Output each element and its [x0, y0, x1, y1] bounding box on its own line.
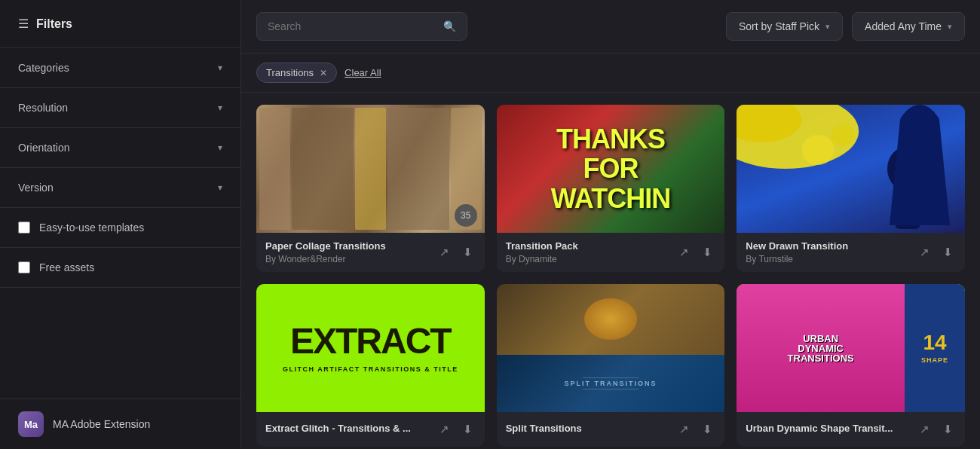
- user-name: MA Adobe Extension: [53, 418, 150, 430]
- urban-left-panel: URBAN DYNAMIC TRANSITIONS: [737, 284, 905, 412]
- share-button-paper-collage[interactable]: ↗: [436, 243, 452, 262]
- user-section: Ma MA Adobe Extension: [0, 399, 240, 449]
- sort-chevron-icon: ▾: [825, 22, 830, 32]
- card-title-urban-dynamic: Urban Dynamic Shape Transit...: [746, 423, 917, 434]
- chevron-down-icon: ▾: [218, 63, 222, 73]
- svg-point-4: [887, 146, 928, 191]
- share-button-split-transitions[interactable]: ↗: [676, 420, 692, 439]
- card-paper-collage[interactable]: 35 Paper Collage Transitions By Wonder&R…: [256, 105, 485, 272]
- share-button-extract-glitch[interactable]: ↗: [436, 420, 452, 439]
- card-title-paper-collage: Paper Collage Transitions: [265, 240, 436, 252]
- card-new-drawn[interactable]: New Drawn Transition By Turnstile ↗ ⬇: [737, 105, 965, 272]
- filter-tags-row: Transitions ✕ Clear All: [241, 53, 980, 93]
- split-upper: [497, 284, 725, 355]
- card-urban-dynamic[interactable]: URBAN DYNAMIC TRANSITIONS 14 SHAPE Urban…: [737, 284, 965, 447]
- search-input[interactable]: [268, 20, 436, 32]
- card-title-extract-glitch: Extract Glitch - Transitions & ...: [265, 423, 436, 434]
- chevron-down-icon: ▾: [218, 102, 222, 113]
- version-label: Version: [18, 182, 54, 194]
- card-extract-glitch[interactable]: EXTRACT GLITCH ARTIFACT TRANSITIONS & TI…: [256, 284, 485, 447]
- card-author-paper-collage: By Wonder&Render: [265, 254, 436, 264]
- thumb-new-drawn: [737, 105, 965, 233]
- urban-number-badge: 14: [923, 332, 946, 353]
- share-button-new-drawn[interactable]: ↗: [917, 243, 933, 262]
- added-dropdown[interactable]: Added Any Time ▾: [852, 12, 965, 41]
- sidebar-item-categories[interactable]: Categories ▾: [0, 48, 240, 88]
- clear-all-button[interactable]: Clear All: [345, 67, 381, 78]
- search-box[interactable]: 🔍: [256, 12, 467, 41]
- download-button-split-transitions[interactable]: ⬇: [700, 420, 715, 439]
- urban-right-panel: 14 SHAPE: [905, 284, 965, 412]
- card-actions-transition-pack: ↗ ⬇: [676, 243, 715, 262]
- chevron-down-icon: ▾: [218, 182, 222, 193]
- card-info-transition-pack: Transition Pack By Dynamite ↗ ⬇: [497, 233, 725, 272]
- download-button-extract-glitch[interactable]: ⬇: [460, 420, 476, 439]
- free-assets-label: Free assets: [39, 261, 94, 273]
- card-info-paper-collage: Paper Collage Transitions By Wonder&Rend…: [256, 233, 485, 272]
- download-button-urban-dynamic[interactable]: ⬇: [940, 420, 956, 439]
- sort-dropdown[interactable]: Sort by Staff Pick ▾: [726, 12, 843, 41]
- urban-title-urban: URBAN: [803, 334, 838, 344]
- remove-transitions-icon[interactable]: ✕: [320, 68, 327, 78]
- avatar: Ma: [18, 411, 44, 437]
- card-actions-paper-collage: ↗ ⬇: [436, 243, 476, 262]
- transitions-tag[interactable]: Transitions ✕: [256, 63, 337, 83]
- added-label: Added Any Time: [865, 20, 942, 32]
- grid-area: 35 Paper Collage Transitions By Wonder&R…: [241, 93, 980, 449]
- share-button-urban-dynamic[interactable]: ↗: [917, 420, 933, 439]
- thumb-split: SPLIT TRANSITIONS: [497, 284, 725, 412]
- filter-icon: ☰: [18, 17, 29, 31]
- sidebar-item-resolution[interactable]: Resolution ▾: [0, 88, 240, 128]
- chevron-down-icon: ▾: [218, 142, 222, 153]
- filters-header: ☰ Filters: [0, 0, 240, 48]
- card-info-split-transitions: Split Transitions ↗ ⬇: [497, 412, 725, 447]
- dog-shape: [584, 298, 637, 340]
- thumb-extract: EXTRACT GLITCH ARTIFACT TRANSITIONS & TI…: [256, 284, 485, 412]
- card-title-transition-pack: Transition Pack: [506, 240, 677, 252]
- orientation-label: Orientation: [18, 142, 69, 154]
- card-transition-pack[interactable]: THANKSFORWATCHIN Transition Pack By Dyna…: [497, 105, 725, 272]
- transitions-tag-label: Transitions: [266, 67, 314, 78]
- sort-label: Sort by Staff Pick: [739, 20, 819, 32]
- card-actions-urban-dynamic: ↗ ⬇: [917, 420, 956, 439]
- search-icon: 🔍: [443, 20, 456, 32]
- card-actions-new-drawn: ↗ ⬇: [917, 243, 956, 262]
- thumb-urban: URBAN DYNAMIC TRANSITIONS 14 SHAPE: [737, 284, 965, 412]
- avatar-initials: Ma: [24, 419, 38, 430]
- easy-to-use-checkbox[interactable]: [18, 221, 30, 234]
- top-bar: 🔍 Sort by Staff Pick ▾ Added Any Time ▾: [241, 0, 980, 53]
- card-split-transitions[interactable]: SPLIT TRANSITIONS Split Transitions ↗ ⬇: [497, 284, 725, 447]
- categories-label: Categories: [18, 62, 69, 74]
- card-actions-extract-glitch: ↗ ⬇: [436, 420, 476, 439]
- card-text-transition-pack: Transition Pack By Dynamite: [506, 240, 677, 264]
- card-text-urban-dynamic: Urban Dynamic Shape Transit...: [746, 423, 917, 436]
- sidebar-item-orientation[interactable]: Orientation ▾: [0, 128, 240, 168]
- card-author-transition-pack: By Dynamite: [506, 254, 677, 264]
- easy-to-use-label: Easy-to-use templates: [39, 221, 144, 234]
- thumb-transition-pack: THANKSFORWATCHIN: [497, 105, 725, 233]
- card-text-extract-glitch: Extract Glitch - Transitions & ...: [265, 423, 436, 436]
- filters-title: Filters: [36, 17, 72, 31]
- cards-grid: 35 Paper Collage Transitions By Wonder&R…: [256, 105, 965, 447]
- urban-shape-label: SHAPE: [921, 356, 948, 364]
- card-info-urban-dynamic: Urban Dynamic Shape Transit... ↗ ⬇: [737, 412, 965, 447]
- card-author-new-drawn: By Turnstile: [746, 254, 917, 264]
- download-button-paper-collage[interactable]: ⬇: [460, 243, 476, 262]
- free-assets-section: Free assets: [0, 248, 240, 288]
- main-content: 🔍 Sort by Staff Pick ▾ Added Any Time ▾ …: [241, 0, 980, 449]
- download-button-transition-pack[interactable]: ⬇: [700, 243, 715, 262]
- share-button-transition-pack[interactable]: ↗: [676, 243, 692, 262]
- urban-transitions-label: TRANSITIONS: [788, 353, 854, 363]
- thumb-paper-collage: 35: [256, 105, 485, 233]
- free-assets-checkbox[interactable]: [18, 261, 30, 273]
- card-text-split-transitions: Split Transitions: [506, 423, 677, 436]
- sidebar: ☰ Filters Categories ▾ Resolution ▾ Orie…: [0, 0, 241, 449]
- svg-point-2: [802, 135, 835, 165]
- card-info-extract-glitch: Extract Glitch - Transitions & ... ↗ ⬇: [256, 412, 485, 447]
- added-chevron-icon: ▾: [948, 22, 952, 32]
- card-title-new-drawn: New Drawn Transition: [746, 240, 917, 252]
- svg-rect-5: [896, 188, 920, 229]
- download-button-new-drawn[interactable]: ⬇: [940, 243, 956, 262]
- card-title-split-transitions: Split Transitions: [506, 423, 677, 434]
- sidebar-item-version[interactable]: Version ▾: [0, 168, 240, 208]
